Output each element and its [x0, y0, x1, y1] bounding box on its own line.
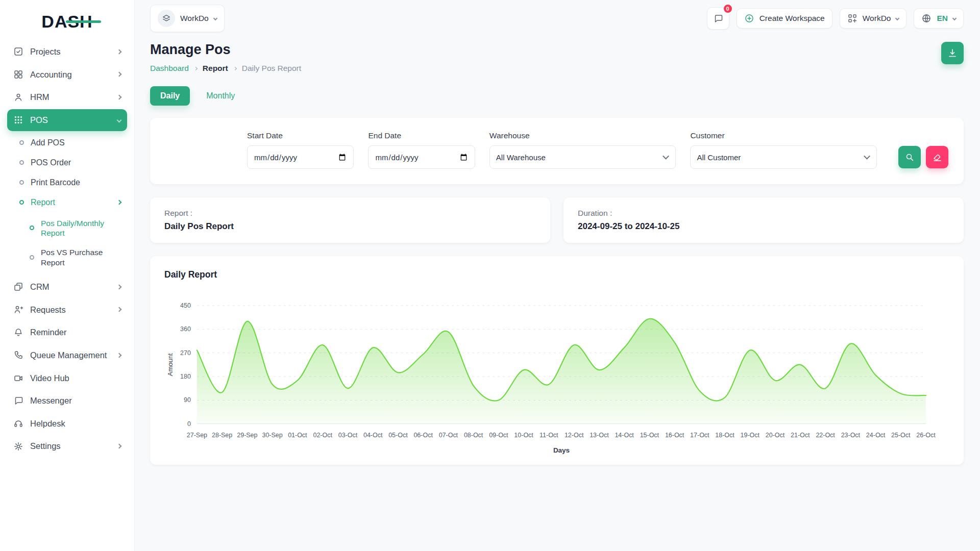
chevron-right-icon: [117, 49, 122, 54]
sidebar-item-label: Queue Management: [30, 350, 111, 361]
svg-text:03-Oct: 03-Oct: [338, 432, 358, 439]
tab-monthly[interactable]: Monthly: [196, 86, 245, 106]
sidebar-item-projects[interactable]: Projects: [7, 41, 127, 63]
svg-text:90: 90: [184, 396, 191, 404]
topbar-actions: 0 Create Workspace WorkDo EN: [707, 7, 964, 30]
breadcrumb-report[interactable]: Report: [203, 64, 228, 73]
reset-button[interactable]: [926, 146, 948, 168]
sidebar-item-label: HRM: [30, 92, 111, 103]
sidebar-item-label: Helpdesk: [30, 418, 121, 429]
gear-icon: [13, 441, 23, 452]
sidebar-item-label: Add POS: [31, 138, 121, 148]
report-tabs: Daily Monthly: [150, 86, 964, 106]
warehouse-select[interactable]: All Warehouse: [489, 145, 676, 169]
svg-text:29-Sep: 29-Sep: [237, 432, 257, 439]
bullet-icon: [19, 160, 24, 165]
sidebar-item-pos-order[interactable]: POS Order: [7, 153, 127, 172]
svg-text:180: 180: [180, 373, 191, 380]
breadcrumb-dashboard[interactable]: Dashboard: [150, 64, 189, 73]
breadcrumb: Dashboard Report Daily Pos Report: [150, 64, 301, 73]
download-icon: [947, 48, 958, 58]
sidebar-item-label: Projects: [30, 46, 111, 57]
svg-text:19-Oct: 19-Oct: [741, 432, 760, 439]
sidebar-item-label: POS: [30, 115, 111, 126]
sidebar-item-pos[interactable]: POS: [7, 109, 127, 131]
sidebar-item-label: CRM: [30, 282, 111, 292]
filter-buttons: [898, 146, 948, 169]
svg-text:11-Oct: 11-Oct: [540, 432, 558, 439]
svg-text:02-Oct: 02-Oct: [313, 432, 332, 439]
sidebar-item-video-hub[interactable]: Video Hub: [7, 367, 127, 389]
chevron-right-icon: [117, 444, 122, 449]
chevron-right-icon: [194, 66, 198, 70]
svg-text:21-Oct: 21-Oct: [791, 432, 810, 439]
chevron-down-icon: [213, 16, 217, 20]
sidebar-item-accounting[interactable]: Accounting: [7, 64, 127, 86]
report-value: Daily Pos Report: [164, 221, 536, 232]
messages-icon: [713, 13, 723, 23]
svg-text:08-Oct: 08-Oct: [464, 432, 483, 439]
brand-logo[interactable]: DASH: [7, 5, 127, 38]
sidebar-item-label: Reminder: [30, 327, 121, 338]
sidebar-item-pos-daily-monthly-report[interactable]: Pos Daily/Monthly Report: [7, 214, 127, 243]
sidebar: DASH Projects Accounting HRM POS Add POS: [0, 0, 135, 551]
sidebar-item-queue-management[interactable]: Queue Management: [7, 344, 127, 366]
projects-icon: [13, 46, 23, 57]
sidebar-item-report[interactable]: Report: [7, 193, 127, 212]
chevron-right-icon: [117, 72, 122, 77]
sidebar-nav: Projects Accounting HRM POS Add POS: [7, 41, 127, 457]
sidebar-item-print-barcode[interactable]: Print Barcode: [7, 173, 127, 192]
report-label: Report :: [164, 209, 536, 218]
summary-cards: Report : Daily Pos Report Duration : 202…: [150, 197, 964, 243]
sidebar-item-requests[interactable]: Requests: [7, 299, 127, 321]
workspace-switcher[interactable]: WorkDo: [150, 5, 225, 32]
sidebar-item-helpdesk[interactable]: Helpdesk: [7, 413, 127, 435]
download-button[interactable]: [941, 42, 964, 64]
sidebar-item-hrm[interactable]: HRM: [7, 86, 127, 108]
crm-icon: [13, 282, 23, 292]
tab-daily[interactable]: Daily: [150, 86, 190, 106]
sidebar-item-add-pos[interactable]: Add POS: [7, 133, 127, 153]
sidebar-item-label: Accounting: [30, 69, 111, 80]
svg-text:14-Oct: 14-Oct: [615, 432, 634, 439]
svg-text:04-Oct: 04-Oct: [363, 432, 383, 439]
search-button[interactable]: [898, 146, 921, 168]
chevron-right-icon: [117, 200, 122, 205]
svg-text:06-Oct: 06-Oct: [413, 432, 433, 439]
customer-select[interactable]: All Customer: [690, 145, 877, 169]
search-icon: [904, 152, 915, 162]
customer-field: Customer All Customer: [690, 131, 877, 169]
svg-text:05-Oct: 05-Oct: [388, 432, 408, 439]
sidebar-item-crm[interactable]: CRM: [7, 276, 127, 298]
create-workspace-button[interactable]: Create Workspace: [737, 8, 832, 29]
svg-text:15-Oct: 15-Oct: [640, 432, 659, 439]
duration-summary-card: Duration : 2024-09-25 to 2024-10-25: [564, 197, 964, 243]
svg-text:17-Oct: 17-Oct: [690, 432, 709, 439]
sidebar-item-settings[interactable]: Settings: [7, 435, 127, 457]
sidebar-item-label: Print Barcode: [31, 178, 121, 188]
sidebar-item-reminder[interactable]: Reminder: [7, 321, 127, 343]
page-title: Manage Pos: [150, 42, 301, 58]
sidebar-item-pos-vs-purchase-report[interactable]: Pos VS Purchase Report: [7, 243, 127, 272]
account-menu-button[interactable]: WorkDo: [840, 8, 907, 29]
sidebar-item-messenger[interactable]: Messenger: [7, 390, 127, 412]
start-date-input[interactable]: [247, 145, 354, 169]
chevron-down-icon: [895, 16, 899, 20]
svg-text:26-Oct: 26-Oct: [916, 432, 936, 439]
sidebar-item-label: Report: [31, 197, 111, 208]
messages-button[interactable]: 0: [707, 7, 729, 30]
sidebar-item-label: Messenger: [30, 395, 121, 406]
sidebar-item-label: Requests: [30, 305, 111, 315]
svg-text:12-Oct: 12-Oct: [565, 432, 584, 439]
chevron-right-icon: [117, 353, 122, 358]
language-selector[interactable]: EN: [914, 8, 964, 29]
svg-text:0: 0: [187, 420, 191, 428]
svg-text:07-Oct: 07-Oct: [439, 432, 458, 439]
workspace-grid-icon: [847, 13, 857, 23]
svg-text:30-Sep: 30-Sep: [262, 432, 283, 439]
end-date-input[interactable]: [368, 145, 475, 169]
messages-badge: 0: [723, 4, 733, 14]
svg-text:01-Oct: 01-Oct: [288, 432, 307, 439]
bullet-icon: [19, 140, 24, 145]
svg-text:27-Sep: 27-Sep: [187, 432, 207, 439]
